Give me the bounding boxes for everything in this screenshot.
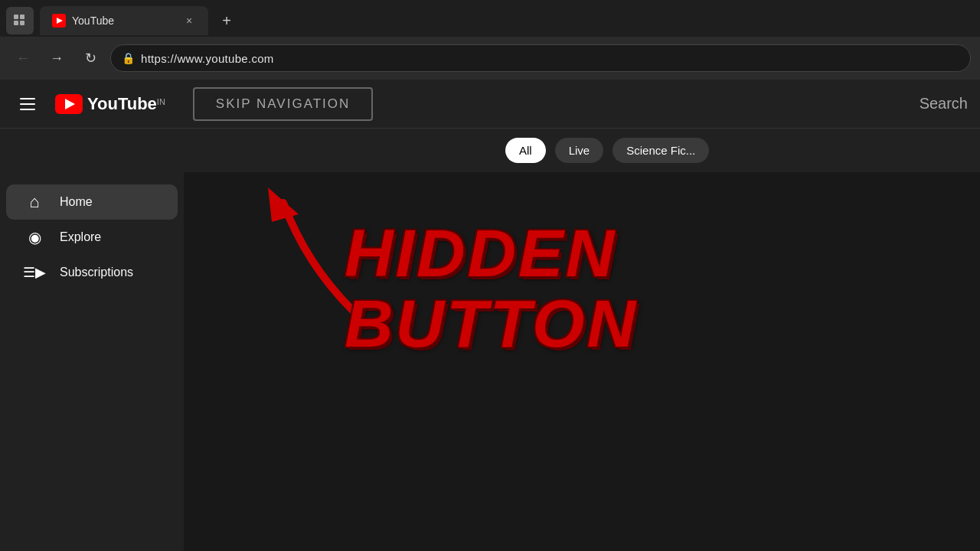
search-placeholder: Search	[920, 95, 968, 112]
svg-marker-4	[268, 187, 299, 222]
hamburger-line	[20, 109, 35, 110]
tab-close-button[interactable]: ×	[182, 14, 196, 28]
youtube-content-area: HIDDEN BUTTON	[184, 172, 980, 551]
explore-icon: ◉	[24, 227, 44, 247]
svg-rect-2	[14, 21, 18, 25]
active-tab[interactable]: YouTube ×	[40, 6, 208, 35]
sidebar-explore-label: Explore	[60, 230, 101, 244]
sidebar-item-subscriptions[interactable]: ☰▶ Subscriptions	[6, 255, 178, 290]
navigation-bar: ← → ↻ 🔒 https://www.youtube.com	[0, 37, 980, 80]
address-bar[interactable]: 🔒 https://www.youtube.com	[110, 44, 971, 72]
sidebar-item-home[interactable]: ⌂ Home	[6, 184, 178, 220]
reload-button[interactable]: ↻	[77, 44, 104, 72]
youtube-main: ⌂ Home ◉ Explore ☰▶ Subscriptions	[0, 172, 980, 551]
hidden-button-annotation: HIDDEN BUTTON	[345, 218, 638, 360]
youtube-sidebar: ⌂ Home ◉ Explore ☰▶ Subscriptions	[0, 172, 184, 551]
tab-bar: YouTube × +	[0, 0, 980, 37]
sidebar-home-label: Home	[60, 195, 93, 209]
tab-title: YouTube	[72, 15, 176, 27]
category-bar: All Live Science Fic...	[0, 129, 980, 172]
category-pill-all[interactable]: All	[505, 138, 546, 163]
forward-button[interactable]: →	[43, 44, 70, 72]
svg-rect-1	[20, 15, 24, 19]
youtube-logo[interactable]: YouTubeIN	[55, 94, 165, 114]
hamburger-line	[20, 98, 35, 99]
hamburger-menu-button[interactable]	[12, 89, 43, 119]
button-text: BUTTON	[345, 289, 638, 359]
url-text: https://www.youtube.com	[141, 52, 274, 65]
hamburger-line	[20, 103, 35, 105]
skip-navigation-button[interactable]: SKIP NAVIGATION	[193, 87, 373, 121]
category-pill-sciencefic[interactable]: Science Fic...	[612, 138, 709, 163]
category-pill-live[interactable]: Live	[555, 138, 604, 163]
subscriptions-icon: ☰▶	[24, 262, 44, 282]
browser-window: YouTube × + ← → ↻ 🔒 https://www.youtube.…	[0, 0, 980, 551]
svg-rect-0	[14, 15, 18, 19]
youtube-country-code: IN	[157, 96, 165, 106]
youtube-app: YouTubeIN SKIP NAVIGATION Search All Liv…	[0, 80, 980, 551]
hidden-text: HIDDEN	[345, 218, 638, 289]
tab-favicon-youtube	[52, 14, 66, 28]
sidebar-item-explore[interactable]: ◉ Explore	[6, 220, 178, 255]
sidebar-subscriptions-label: Subscriptions	[60, 266, 133, 279]
home-icon: ⌂	[24, 192, 44, 212]
youtube-header: YouTubeIN SKIP NAVIGATION Search	[0, 80, 980, 129]
content-wrapper: HIDDEN BUTTON	[184, 172, 980, 551]
youtube-logo-text: YouTubeIN	[87, 94, 165, 114]
tab-list-icon[interactable]	[6, 7, 34, 34]
back-button[interactable]: ←	[9, 44, 37, 72]
youtube-logo-icon	[55, 94, 83, 114]
youtube-wordmark: YouTube	[87, 94, 157, 113]
new-tab-button[interactable]: +	[214, 8, 239, 33]
svg-rect-3	[20, 21, 24, 25]
lock-icon: 🔒	[122, 52, 135, 64]
